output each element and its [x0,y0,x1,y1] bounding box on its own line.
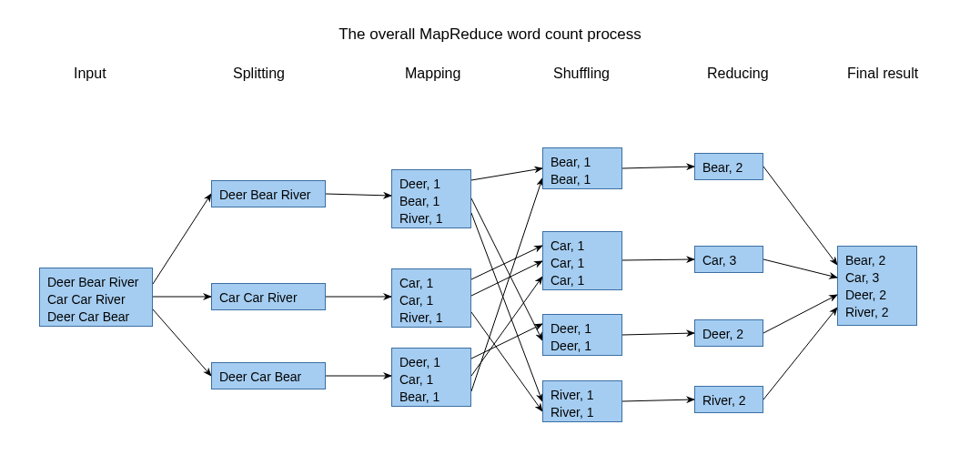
box-line: Car, 1 [551,255,614,272]
shuffle-box-1: Car, 1Car, 1Car, 1 [542,231,622,290]
split-box-1: Car Car River [211,283,326,310]
shuffle-box-2: Deer, 1Deer, 1 [542,314,622,356]
box-line: River, 1 [551,387,614,404]
header-shuffling: Shuffling [553,66,610,82]
box-line: Bear, 2 [845,252,909,269]
box-line: Bear, 1 [551,171,614,188]
box-line: Car, 3 [845,269,909,287]
box-line: Deer Car Bear [47,308,145,326]
box-line: Car, 1 [399,371,463,389]
arrow [326,194,391,196]
arrow [471,277,542,376]
arrow [622,399,694,401]
box-line: Deer, 1 [399,354,463,371]
map-box-0: Deer, 1Bear, 1River, 1 [391,169,471,228]
arrow [471,246,542,279]
arrow [471,198,542,340]
map-box-1: Car, 1Car, 1River, 1 [391,268,471,328]
box-line: Bear, 1 [399,389,463,406]
box-line: Car, 1 [551,238,614,255]
split-box-0: Deer Bear River [211,180,326,207]
shuffle-box-3: River, 1River, 1 [542,380,622,422]
box-line: Car, 1 [399,292,463,309]
box-line: River, 1 [399,309,463,327]
box-line: Bear, 1 [399,193,463,210]
box-line: Car Car River [47,291,145,308]
box-line: Deer, 1 [399,176,463,193]
box-line: Deer Bear River [47,274,145,291]
box-line: Car, 1 [551,272,614,289]
arrow [622,259,694,260]
shuffle-box-0: Bear, 1Bear, 1 [542,147,622,189]
box-line: Bear, 1 [551,154,614,171]
arrow [471,168,542,180]
arrow [622,167,694,168]
header-final: Final result [847,66,918,82]
header-mapping: Mapping [405,66,460,82]
diagram-title: The overall MapReduce word count process [0,25,980,44]
box-line: Deer, 2 [845,287,909,304]
arrow [471,178,542,391]
diagram-stage: The overall MapReduce word count process… [0,0,980,455]
box-line: River, 1 [399,210,463,228]
box-line: Deer, 1 [551,338,614,355]
header-splitting: Splitting [233,66,285,82]
header-input: Input [74,66,106,82]
box-line: River, 1 [551,404,614,421]
arrow [471,312,542,411]
box-line: Deer, 1 [551,320,614,338]
arrow [471,324,542,359]
arrow [763,295,837,333]
arrow [763,308,837,399]
box-line: Car, 1 [399,275,463,292]
arrow [763,167,837,265]
reduce-box-1: Car, 3 [694,246,763,273]
arrow [622,333,694,335]
split-box-2: Deer Car Bear [211,362,326,389]
reduce-box-2: Deer, 2 [694,319,763,347]
final-box: Bear, 2Car, 3Deer, 2River, 2 [837,246,917,326]
input-box: Deer Bear RiverCar Car RiverDeer Car Bea… [39,268,153,327]
arrow-layer [0,0,980,455]
arrow [763,259,837,278]
arrow [153,309,211,376]
arrow [471,261,542,296]
map-box-2: Deer, 1Car, 1Bear, 1 [391,348,471,407]
arrow [471,213,542,401]
arrow [153,194,211,284]
header-reducing: Reducing [707,66,769,82]
reduce-box-0: Bear, 2 [694,153,763,180]
reduce-box-3: River, 2 [694,386,763,413]
box-line: River, 2 [845,304,909,321]
